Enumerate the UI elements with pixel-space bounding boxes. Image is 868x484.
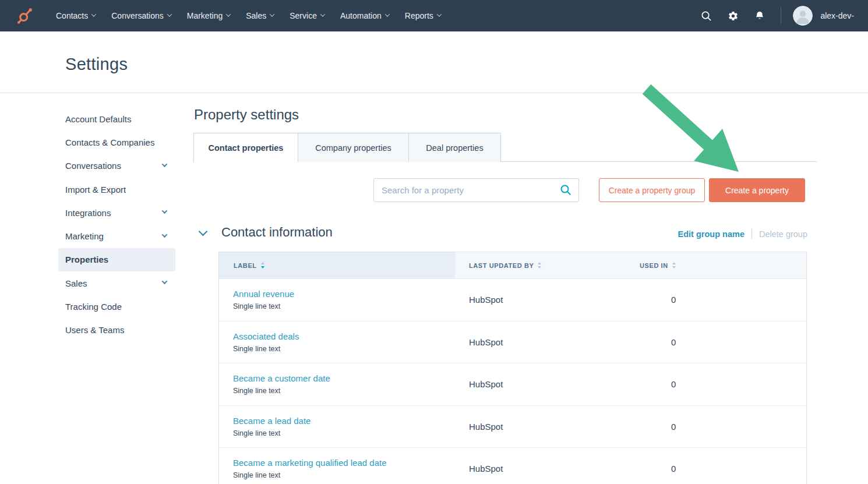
property-name-link[interactable]: Became a customer date bbox=[233, 373, 455, 383]
sidebar-item-label: Sales bbox=[65, 278, 87, 288]
sidebar-item-import-export[interactable]: Import & Export bbox=[58, 178, 175, 201]
nav-item-automation[interactable]: Automation bbox=[340, 11, 389, 20]
section-title: Property settings bbox=[194, 107, 299, 123]
property-type: Single line text bbox=[233, 471, 455, 479]
property-name-link[interactable]: Associated deals bbox=[233, 331, 455, 341]
chevron-down-icon bbox=[167, 12, 172, 16]
contact-information-group-header: Contact information Edit group name Dele… bbox=[193, 224, 817, 243]
nav-label: Reports bbox=[405, 11, 433, 20]
search-icon[interactable] bbox=[560, 184, 571, 198]
delete-group-link: Delete group bbox=[759, 229, 807, 239]
chevron-down-icon bbox=[437, 12, 442, 16]
nav-item-contacts[interactable]: Contacts bbox=[56, 11, 96, 20]
property-search bbox=[373, 178, 579, 202]
column-header-text: LABEL bbox=[234, 262, 257, 269]
table-row: Associated deals Single line text HubSpo… bbox=[219, 321, 806, 363]
nav-label: Conversations bbox=[111, 11, 164, 20]
group-title: Contact information bbox=[221, 225, 333, 240]
hubspot-logo-icon[interactable] bbox=[16, 7, 34, 24]
used-in-value: 0 bbox=[640, 279, 806, 321]
sidebar-item-account-defaults[interactable]: Account Defaults bbox=[58, 107, 175, 130]
used-in-value: 0 bbox=[640, 363, 806, 405]
nav-item-marketing[interactable]: Marketing bbox=[187, 11, 230, 20]
column-header-text: USED IN bbox=[640, 262, 668, 269]
sidebar-item-sales[interactable]: Sales bbox=[58, 271, 175, 295]
updated-by-value: HubSpot bbox=[455, 279, 640, 321]
table-row: Became a customer date Single line text … bbox=[219, 363, 806, 405]
nav-item-reports[interactable]: Reports bbox=[405, 11, 441, 20]
tab-company-properties[interactable]: Company properties bbox=[298, 133, 409, 162]
create-property-button[interactable]: Create a property bbox=[709, 178, 805, 202]
sidebar-item-users-teams[interactable]: Users & Teams bbox=[58, 319, 175, 342]
create-property-group-button[interactable]: Create a property group bbox=[599, 178, 705, 202]
sort-icon bbox=[261, 262, 264, 269]
used-in-value: 0 bbox=[640, 406, 806, 448]
nav-item-conversations[interactable]: Conversations bbox=[111, 11, 171, 20]
property-type: Single line text bbox=[233, 387, 455, 395]
column-header-label[interactable]: LABEL bbox=[219, 252, 455, 278]
updated-by-value: HubSpot bbox=[455, 448, 640, 484]
chevron-down-icon bbox=[270, 12, 274, 16]
tab-contact-properties[interactable]: Contact properties bbox=[193, 133, 298, 162]
sidebar-item-conversations[interactable]: Conversations bbox=[58, 154, 175, 178]
used-in-value: 0 bbox=[640, 322, 806, 363]
chevron-down-icon bbox=[320, 12, 325, 16]
column-header-text: LAST UPDATED BY bbox=[469, 262, 534, 269]
account-name[interactable]: alex-dev- bbox=[820, 11, 854, 20]
chevron-down-icon bbox=[385, 12, 390, 16]
nav-item-service[interactable]: Service bbox=[290, 11, 324, 20]
tab-deal-properties[interactable]: Deal properties bbox=[409, 133, 501, 162]
property-name-link[interactable]: Became a lead date bbox=[233, 416, 455, 426]
column-header-last-updated-by[interactable]: LAST UPDATED BY bbox=[455, 252, 640, 278]
sidebar-item-label: Tracking Code bbox=[65, 302, 122, 312]
top-navigation-bar: Contacts Conversations Marketing Sales S… bbox=[0, 0, 868, 31]
primary-nav-menu: Contacts Conversations Marketing Sales S… bbox=[56, 11, 441, 20]
sidebar-item-label: Marketing bbox=[65, 231, 104, 241]
property-name-link[interactable]: Annual revenue bbox=[233, 289, 455, 299]
edit-group-name-link[interactable]: Edit group name bbox=[678, 229, 744, 239]
property-type: Single line text bbox=[233, 302, 455, 310]
nav-divider bbox=[781, 8, 781, 24]
nav-label: Contacts bbox=[56, 11, 88, 20]
sort-icon bbox=[538, 262, 541, 269]
property-type: Single line text bbox=[233, 345, 455, 353]
sidebar-item-label: Import & Export bbox=[65, 185, 126, 195]
settings-header: Settings bbox=[0, 31, 868, 93]
column-header-used-in[interactable]: USED IN bbox=[640, 252, 806, 278]
sidebar-item-label: Account Defaults bbox=[65, 114, 131, 124]
sidebar-item-label: Conversations bbox=[65, 161, 121, 171]
nav-label: Service bbox=[290, 11, 317, 20]
nav-label: Sales bbox=[246, 11, 266, 20]
sidebar-item-integrations[interactable]: Integrations bbox=[58, 201, 175, 224]
chevron-down-icon bbox=[91, 12, 96, 16]
sidebar-item-label: Properties bbox=[65, 255, 108, 264]
sidebar-item-marketing[interactable]: Marketing bbox=[58, 224, 175, 248]
table-row: Became a marketing qualified lead date S… bbox=[219, 447, 806, 484]
page-title: Settings bbox=[65, 55, 128, 74]
chevron-down-icon bbox=[162, 161, 168, 167]
table-row: Annual revenue Single line text HubSpot … bbox=[219, 278, 806, 321]
sidebar-item-label: Contacts & Companies bbox=[65, 137, 154, 147]
table-row: Became a lead date Single line text HubS… bbox=[219, 405, 806, 448]
sidebar-item-contacts-companies[interactable]: Contacts & Companies bbox=[58, 130, 175, 154]
settings-sidebar: Account Defaults Contacts & Companies Co… bbox=[58, 107, 175, 342]
property-name-link[interactable]: Became a marketing qualified lead date bbox=[233, 458, 455, 468]
sort-icon bbox=[672, 262, 676, 269]
property-search-input[interactable] bbox=[373, 178, 579, 202]
actions-divider bbox=[751, 229, 752, 239]
nav-item-sales[interactable]: Sales bbox=[246, 11, 274, 20]
sidebar-item-tracking-code[interactable]: Tracking Code bbox=[58, 295, 175, 318]
sidebar-item-label: Users & Teams bbox=[65, 325, 124, 335]
used-in-value: 0 bbox=[640, 448, 806, 484]
updated-by-value: HubSpot bbox=[455, 406, 640, 448]
property-type-tabs: Contact properties Company properties De… bbox=[193, 133, 817, 162]
group-actions: Edit group name Delete group bbox=[678, 229, 807, 239]
search-icon[interactable] bbox=[700, 10, 712, 22]
bell-icon[interactable] bbox=[754, 10, 765, 22]
avatar[interactable] bbox=[793, 6, 813, 26]
nav-right-cluster: alex-dev- bbox=[685, 6, 854, 26]
collapse-chevron-icon[interactable] bbox=[199, 227, 208, 236]
nav-label: Marketing bbox=[187, 11, 223, 20]
gear-icon[interactable] bbox=[727, 10, 739, 22]
sidebar-item-properties[interactable]: Properties bbox=[58, 248, 175, 271]
